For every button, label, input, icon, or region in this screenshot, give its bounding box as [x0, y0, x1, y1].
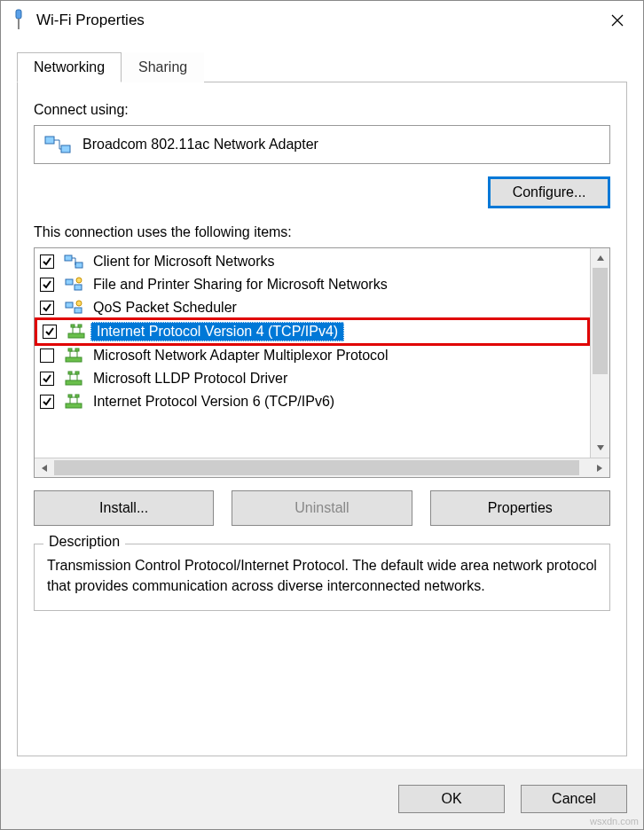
- list-item[interactable]: Microsoft Network Adapter Multiplexor Pr…: [35, 344, 590, 367]
- horizontal-scrollbar[interactable]: [35, 458, 609, 477]
- protocol-icon: [63, 346, 84, 365]
- dialog-footer: OK Cancel: [1, 769, 643, 829]
- description-legend: Description: [43, 534, 125, 550]
- properties-button[interactable]: Properties: [430, 490, 610, 526]
- svg-rect-20: [66, 380, 82, 385]
- items-list: Client for Microsoft NetworksFile and Pr…: [34, 247, 610, 478]
- svg-rect-22: [75, 372, 79, 374]
- svg-rect-18: [68, 348, 72, 351]
- scroll-left-icon[interactable]: [35, 458, 54, 477]
- client-area: Networking Sharing Connect using: Broadc…: [1, 40, 643, 769]
- svg-rect-5: [61, 145, 70, 153]
- list-item-label: Microsoft Network Adapter Multiplexor Pr…: [88, 347, 394, 364]
- svg-rect-7: [75, 262, 82, 268]
- list-item-label: Internet Protocol Version 6 (TCP/IPv6): [88, 393, 340, 411]
- uninstall-button: Uninstall: [232, 490, 412, 526]
- list-item[interactable]: File and Printer Sharing for Microsoft N…: [35, 273, 590, 296]
- scroll-thumb-vertical[interactable]: [593, 268, 608, 374]
- svg-rect-9: [75, 285, 82, 290]
- list-item-label: QoS Packet Scheduler: [88, 299, 242, 317]
- close-button[interactable]: [597, 5, 638, 35]
- description-text: Transmission Control Protocol/Internet P…: [47, 555, 597, 596]
- svg-rect-25: [75, 395, 79, 397]
- window-title: Wi-Fi Properties: [36, 12, 597, 29]
- list-item-label: Microsoft LLDP Protocol Driver: [88, 370, 293, 388]
- svg-rect-23: [66, 403, 82, 408]
- scroll-down-icon[interactable]: [591, 438, 609, 458]
- protocol-icon: [66, 322, 87, 341]
- scroll-up-icon[interactable]: [591, 248, 609, 268]
- titlebar: Wi-Fi Properties: [1, 1, 643, 40]
- svg-rect-21: [68, 372, 72, 374]
- watermark: wsxdn.com: [590, 816, 639, 826]
- list-item[interactable]: Internet Protocol Version 6 (TCP/IPv6): [35, 390, 590, 413]
- list-item-label: Client for Microsoft Networks: [88, 253, 280, 270]
- protocol-icon: [63, 392, 84, 411]
- svg-rect-8: [66, 279, 73, 285]
- tab-panel-networking: Connect using: Broadcom 802.11ac Network…: [17, 82, 627, 756]
- svg-rect-0: [16, 10, 21, 19]
- svg-rect-11: [66, 302, 73, 308]
- tab-networking[interactable]: Networking: [17, 52, 122, 82]
- install-button[interactable]: Install...: [34, 490, 214, 526]
- window: Wi-Fi Properties Networking Sharing Conn…: [0, 0, 644, 830]
- list-item[interactable]: Microsoft LLDP Protocol Driver: [35, 367, 590, 390]
- checkbox[interactable]: [40, 254, 54, 269]
- item-buttons: Install... Uninstall Properties: [34, 490, 610, 526]
- list-item[interactable]: Client for Microsoft Networks: [35, 250, 590, 273]
- svg-marker-28: [42, 465, 47, 472]
- svg-point-10: [76, 278, 82, 283]
- service-icon: [63, 298, 84, 317]
- scroll-thumb-horizontal[interactable]: [54, 460, 579, 475]
- wifi-icon: [10, 8, 27, 33]
- service-icon: [63, 275, 84, 294]
- adapter-box[interactable]: Broadcom 802.11ac Network Adapter: [34, 125, 610, 164]
- svg-point-13: [76, 301, 82, 306]
- svg-rect-19: [75, 348, 79, 351]
- checkbox[interactable]: [40, 372, 54, 386]
- list-item-label: Internet Protocol Version 4 (TCP/IPv4): [90, 322, 344, 341]
- svg-rect-16: [78, 325, 82, 327]
- checkbox[interactable]: [43, 325, 57, 339]
- svg-rect-1: [18, 19, 20, 29]
- svg-marker-29: [597, 465, 602, 472]
- svg-rect-14: [68, 333, 84, 338]
- list-item-label: File and Printer Sharing for Microsoft N…: [88, 276, 393, 294]
- svg-rect-15: [71, 325, 75, 327]
- protocol-icon: [63, 369, 84, 388]
- svg-marker-27: [597, 445, 604, 450]
- svg-rect-6: [65, 255, 72, 261]
- items-label: This connection uses the following items…: [34, 224, 610, 240]
- checkbox[interactable]: [40, 348, 54, 363]
- ok-button[interactable]: OK: [398, 785, 505, 813]
- highlighted-item: Internet Protocol Version 4 (TCP/IPv4): [35, 317, 590, 346]
- vertical-scrollbar[interactable]: [590, 248, 609, 458]
- adapter-name: Broadcom 802.11ac Network Adapter: [82, 137, 318, 153]
- checkbox[interactable]: [40, 278, 54, 292]
- svg-rect-24: [68, 395, 72, 397]
- configure-button[interactable]: Configure...: [488, 176, 610, 208]
- cancel-button[interactable]: Cancel: [521, 785, 627, 813]
- svg-rect-17: [66, 357, 82, 362]
- network-adapter-icon: [43, 133, 72, 156]
- checkbox[interactable]: [40, 301, 54, 315]
- connect-using-label: Connect using:: [34, 102, 610, 118]
- list-item[interactable]: QoS Packet Scheduler: [35, 296, 590, 319]
- tab-sharing[interactable]: Sharing: [122, 52, 204, 82]
- tabs: Networking Sharing: [17, 52, 627, 82]
- svg-rect-12: [75, 308, 82, 313]
- scroll-right-icon[interactable]: [590, 458, 609, 477]
- svg-marker-26: [597, 255, 604, 261]
- svg-rect-4: [45, 137, 54, 144]
- checkbox[interactable]: [40, 395, 54, 409]
- client-icon: [63, 252, 84, 271]
- list-item[interactable]: Internet Protocol Version 4 (TCP/IPv4): [37, 320, 587, 343]
- description-group: Description Transmission Control Protoco…: [34, 544, 610, 611]
